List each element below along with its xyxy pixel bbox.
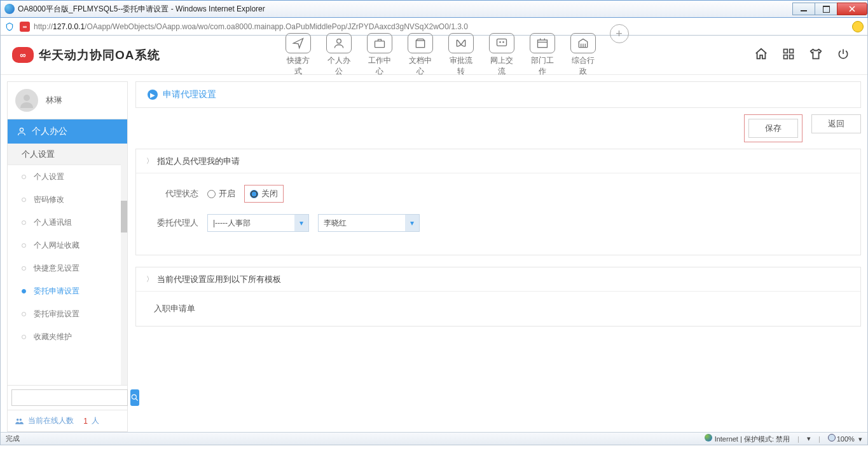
status-zoom[interactable]: 100% ▾ <box>828 434 862 443</box>
section-templates: 〉 当前代理设置应用到以下所有模板 入职申请单 <box>135 267 861 327</box>
nav-work[interactable]: 工作中心 <box>366 33 394 77</box>
nav-approval[interactable]: 审批流转 <box>447 33 475 77</box>
save-highlight: 保存 <box>744 114 803 142</box>
add-nav-button[interactable]: + <box>610 24 629 43</box>
power-icon[interactable] <box>837 48 850 62</box>
template-item: 入职申请单 <box>154 304 195 313</box>
section-delegate: 〉 指定人员代理我的申请 代理状态 开启 关闭 <box>135 149 861 255</box>
status-label: 代理状态 <box>154 188 198 199</box>
chevron-right-icon: 〉 <box>146 156 153 166</box>
sidebar-scrollbar-thumb[interactable] <box>121 201 127 232</box>
dept-input[interactable] <box>207 214 309 232</box>
sidebar-item-personal-settings[interactable]: 个人设置 <box>8 165 127 188</box>
sidebar-item-quickopinion[interactable]: 快捷意见设置 <box>8 257 127 280</box>
svg-rect-3 <box>497 39 506 46</box>
svg-rect-10 <box>790 55 794 59</box>
side-nav: 个人办公 个人设置 个人设置 密码修改 个人通讯组 个人网址收藏 快捷意见设置 … <box>7 119 128 386</box>
nav-shortcut[interactable]: 快捷方式 <box>284 33 312 77</box>
sidebar-menu: 个人设置 密码修改 个人通讯组 个人网址收藏 快捷意见设置 委托申请设置 委托审… <box>8 165 127 349</box>
sidebar: 林琳 个人办公 个人设置 个人设置 密码修改 个人通讯组 个人网址收藏 快捷意见… <box>7 81 128 432</box>
shield-icon <box>4 22 15 32</box>
avatar-icon <box>15 89 38 112</box>
svg-point-12 <box>20 128 23 131</box>
sidebar-head[interactable]: 个人办公 <box>8 119 127 144</box>
svg-rect-6 <box>537 40 547 48</box>
person-dropdown-icon[interactable]: ▾ <box>405 215 419 231</box>
zoom-icon <box>828 434 836 441</box>
header-right-icons <box>754 47 850 63</box>
compat-icon[interactable] <box>852 21 864 32</box>
nav-admin[interactable]: 综合行政 <box>569 33 597 77</box>
sidebar-scrollbar-track[interactable] <box>121 144 127 385</box>
radio-off-input[interactable] <box>250 190 258 198</box>
svg-rect-1 <box>375 41 384 48</box>
radio-on-input[interactable] <box>207 190 216 198</box>
chevron-right-icon: 〉 <box>146 274 153 284</box>
svg-point-0 <box>336 39 341 43</box>
svg-point-11 <box>24 95 30 101</box>
status-bar: 完成 Internet | 保护模式: 禁用 | ▾ | 100% ▾ <box>1 432 867 445</box>
save-button[interactable]: 保存 <box>748 119 798 138</box>
sidebar-item-contacts[interactable]: 个人通讯组 <box>8 211 127 234</box>
arrow-circle-icon: ▶ <box>148 90 158 100</box>
svg-point-4 <box>499 41 501 43</box>
user-name: 林琳 <box>46 95 62 106</box>
section-templates-head[interactable]: 〉 当前代理设置应用到以下所有模板 <box>136 267 860 292</box>
dept-dropdown-icon[interactable]: ▾ <box>294 215 308 231</box>
nav-dept[interactable]: 部门工作 <box>528 33 556 77</box>
svg-point-5 <box>502 41 504 43</box>
back-button[interactable]: 返回 <box>811 114 861 133</box>
nav-docs[interactable]: 文档中心 <box>406 33 434 77</box>
template-list: 入职申请单 <box>136 292 860 326</box>
page-title-panel: ▶ 申请代理设置 <box>135 81 861 108</box>
person-select[interactable]: ▾ <box>318 214 420 232</box>
top-nav: 快捷方式 个人办公 工作中心 文档中心 审批流转 网上交流 部门工作 综合行政 … <box>284 33 629 77</box>
favicon-icon: ∞ <box>20 22 30 32</box>
close-button[interactable] <box>837 3 867 15</box>
grid-icon[interactable] <box>782 48 795 62</box>
status-security-icon[interactable]: ▾ <box>807 434 811 443</box>
nav-chat[interactable]: 网上交流 <box>488 33 516 77</box>
svg-point-14 <box>17 418 19 421</box>
logo: ∞ 华天动力协同OA系统 <box>12 47 160 64</box>
row-status: 代理状态 开启 关闭 <box>154 185 843 203</box>
minimize-button[interactable] <box>792 3 815 15</box>
svg-rect-2 <box>416 41 424 48</box>
sidebar-search <box>7 386 128 410</box>
url-text: http://127.0.0.1/OAapp/WebObjects/OAapp.… <box>34 22 468 31</box>
search-input[interactable] <box>11 389 128 406</box>
sidebar-item-delegate-apply[interactable]: 委托申请设置 <box>8 280 127 302</box>
status-mode: Internet | 保护模式: 禁用 <box>705 434 790 444</box>
dept-select[interactable]: ▾ <box>207 214 309 232</box>
status-done: 完成 <box>6 434 20 443</box>
window-buttons <box>793 3 867 15</box>
svg-rect-8 <box>790 50 794 53</box>
logo-text: 华天动力协同OA系统 <box>39 47 160 64</box>
row-delegate: 委托代理人 ▾ ▾ <box>154 214 843 232</box>
sidebar-item-bookmarks[interactable]: 个人网址收藏 <box>8 234 127 257</box>
radio-on[interactable]: 开启 <box>207 188 235 199</box>
section-delegate-head[interactable]: 〉 指定人员代理我的申请 <box>136 149 860 173</box>
top-header: ∞ 华天动力协同OA系统 快捷方式 个人办公 工作中心 文档中心 审批流转 网上… <box>1 36 867 75</box>
home-icon[interactable] <box>754 47 768 63</box>
window-title: OA8000平台版_FPLMYSQL5--委托申请设置 - Windows In… <box>18 4 265 15</box>
person-input[interactable] <box>318 214 420 232</box>
svg-rect-9 <box>784 55 788 59</box>
section-delegate-body: 代理状态 开启 关闭 委托代理人 <box>136 173 860 255</box>
page-title: ▶ 申请代理设置 <box>136 82 860 107</box>
people-icon <box>14 417 24 426</box>
nav-personal[interactable]: 个人办公 <box>325 33 353 77</box>
sidebar-category[interactable]: 个人设置 <box>8 144 127 165</box>
globe-icon <box>705 434 712 441</box>
sidebar-item-password[interactable]: 密码修改 <box>8 188 127 211</box>
sidebar-item-delegate-approve[interactable]: 委托审批设置 <box>8 302 127 325</box>
logo-mark-icon: ∞ <box>12 47 34 63</box>
radio-off[interactable]: 关闭 <box>250 188 278 199</box>
ie-icon <box>4 4 15 14</box>
sidebar-item-favorites[interactable]: 收藏夹维护 <box>8 325 127 348</box>
online-count: 当前在线人数 1人 <box>7 410 128 432</box>
action-buttons: 保存 返回 <box>135 108 861 149</box>
shirt-icon[interactable] <box>809 47 823 63</box>
maximize-button[interactable] <box>815 3 837 15</box>
window-titlebar: OA8000平台版_FPLMYSQL5--委托申请设置 - Windows In… <box>0 0 868 18</box>
